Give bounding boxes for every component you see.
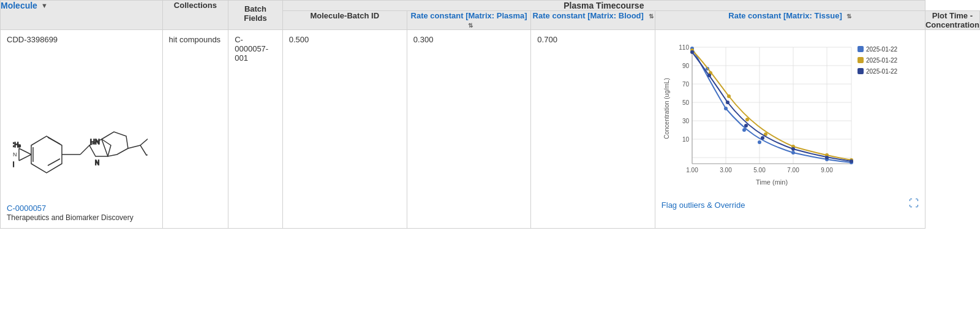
collections-header-label: Collections bbox=[174, 1, 217, 10]
rate-plasma-sort-icon[interactable]: ⇅ bbox=[468, 22, 473, 29]
collections-value: hit compounds bbox=[169, 35, 221, 44]
svg-text:N: N bbox=[13, 161, 14, 168]
svg-text:2025-01-22: 2025-01-22 bbox=[866, 57, 898, 64]
svg-point-53 bbox=[791, 151, 795, 154]
svg-text:HN: HN bbox=[90, 138, 100, 145]
molecule-svg: HN N N -CH₃ bbox=[13, 59, 148, 188]
main-table-container: Molecule ▼ Collections Batch Fields Plas… bbox=[0, 0, 980, 229]
rate-blood-sort-icon[interactable]: ⇅ bbox=[649, 13, 654, 20]
batch-id-cell: C-0000057-001 bbox=[228, 30, 283, 229]
rate-constant-tissue-cell: 0.700 bbox=[531, 30, 655, 229]
time-concentration-chart: 110 90 70 50 30 10 1.00 3.00 5.00 bbox=[662, 35, 900, 194]
data-table: Molecule ▼ Collections Batch Fields Plas… bbox=[0, 0, 980, 229]
collections-column-header: Collections bbox=[162, 1, 228, 30]
svg-marker-7 bbox=[102, 132, 128, 156]
svg-rect-74 bbox=[858, 57, 864, 63]
svg-marker-11 bbox=[140, 138, 148, 155]
svg-marker-0 bbox=[31, 136, 62, 173]
rate-constant-blood-cell: 0.300 bbox=[407, 30, 530, 229]
svg-line-5 bbox=[80, 145, 89, 154]
rate-constant-plasma-cell: 0.500 bbox=[282, 30, 407, 229]
batch-id-value: C-0000057-001 bbox=[235, 35, 268, 63]
svg-text:9.00: 9.00 bbox=[821, 167, 833, 174]
svg-line-2 bbox=[48, 137, 60, 144]
svg-point-51 bbox=[742, 128, 746, 132]
svg-line-10 bbox=[128, 145, 140, 148]
plot-cell: 110 90 70 50 30 10 1.00 3.00 5.00 bbox=[655, 30, 925, 229]
svg-text:1.00: 1.00 bbox=[686, 167, 698, 174]
svg-line-16 bbox=[19, 154, 31, 161]
rate-constant-plasma-value: 0.500 bbox=[289, 35, 309, 44]
molecule-link[interactable]: C-0000057 bbox=[7, 204, 46, 213]
collections-cell: hit compounds bbox=[162, 30, 228, 229]
expand-icon[interactable]: ⛶ bbox=[909, 198, 919, 209]
svg-text:N: N bbox=[13, 151, 17, 158]
svg-text:3.00: 3.00 bbox=[720, 167, 732, 174]
svg-point-52 bbox=[758, 140, 761, 144]
rate-constant-tissue-value: 0.700 bbox=[537, 35, 557, 44]
plot-header: Plot Time - Concentration bbox=[925, 11, 979, 30]
svg-text:90: 90 bbox=[682, 63, 690, 69]
svg-text:2025-01-22: 2025-01-22 bbox=[866, 46, 898, 53]
svg-text:50: 50 bbox=[682, 99, 690, 106]
molecule-header-label: Molecule bbox=[1, 1, 37, 10]
molecule-id: CDD-3398699 bbox=[7, 35, 156, 44]
svg-text:Time (min): Time (min) bbox=[756, 178, 788, 186]
rate-constant-blood-header: Rate constant [Matrix: Blood] ⇅ bbox=[531, 11, 655, 30]
rate-constant-blood-value: 0.300 bbox=[413, 35, 434, 44]
svg-point-59 bbox=[745, 118, 749, 121]
svg-line-14 bbox=[19, 148, 31, 154]
svg-text:110: 110 bbox=[679, 44, 689, 51]
molecule-batch-id-header: Molecule-Batch ID bbox=[282, 11, 407, 30]
molecule-column-header[interactable]: Molecule ▼ bbox=[1, 1, 163, 30]
header-row-1: Molecule ▼ Collections Batch Fields Plas… bbox=[1, 1, 980, 11]
svg-point-67 bbox=[744, 124, 748, 128]
rate-constant-plasma-header: Rate constant [Matrix: Plasma] ⇅ bbox=[407, 11, 530, 30]
svg-point-70 bbox=[825, 156, 829, 159]
svg-point-69 bbox=[791, 147, 795, 151]
svg-point-64 bbox=[690, 50, 694, 54]
svg-rect-72 bbox=[858, 46, 864, 52]
svg-text:70: 70 bbox=[682, 81, 690, 88]
molecule-subtitle: Therapeutics and Biomarker Discovery bbox=[7, 213, 156, 223]
svg-point-50 bbox=[724, 107, 728, 110]
svg-point-65 bbox=[707, 74, 711, 77]
svg-text:2025-01-22: 2025-01-22 bbox=[866, 68, 898, 75]
rate-tissue-sort-icon[interactable]: ⇅ bbox=[846, 13, 851, 20]
chart-area: 110 90 70 50 30 10 1.00 3.00 5.00 bbox=[662, 35, 919, 194]
svg-rect-76 bbox=[858, 68, 864, 74]
table-row: CDD-3398699 bbox=[1, 30, 980, 229]
molecule-cell: CDD-3398699 bbox=[1, 30, 163, 229]
svg-text:10: 10 bbox=[682, 136, 690, 143]
plasma-timecourse-label: Plasma Timecourse bbox=[564, 1, 644, 10]
svg-point-58 bbox=[727, 94, 731, 98]
svg-text:7.00: 7.00 bbox=[787, 167, 799, 174]
molecule-sort-icon[interactable]: ▼ bbox=[41, 2, 48, 9]
svg-text:CH₃: CH₃ bbox=[13, 142, 21, 148]
batch-fields-column-header: Batch Fields bbox=[228, 1, 283, 30]
svg-text:Concentration (ug/mL): Concentration (ug/mL) bbox=[663, 78, 670, 139]
batch-fields-label: Batch Fields bbox=[244, 4, 267, 23]
svg-text:30: 30 bbox=[682, 118, 690, 124]
svg-point-68 bbox=[761, 136, 764, 140]
svg-text:5.00: 5.00 bbox=[753, 167, 766, 174]
molecule-structure: HN N N -CH₃ bbox=[7, 50, 154, 197]
flag-outliers-link[interactable]: Flag outliers & Override bbox=[662, 200, 745, 210]
svg-point-66 bbox=[726, 101, 729, 104]
svg-line-3 bbox=[48, 159, 60, 166]
svg-text:N: N bbox=[95, 159, 99, 166]
rate-constant-tissue-header: Rate constant [Matrix: Tissue] ⇅ bbox=[655, 11, 925, 30]
svg-point-71 bbox=[850, 159, 853, 163]
plasma-timecourse-header: Plasma Timecourse bbox=[282, 1, 925, 11]
plot-container: 110 90 70 50 30 10 1.00 3.00 5.00 bbox=[662, 35, 919, 210]
